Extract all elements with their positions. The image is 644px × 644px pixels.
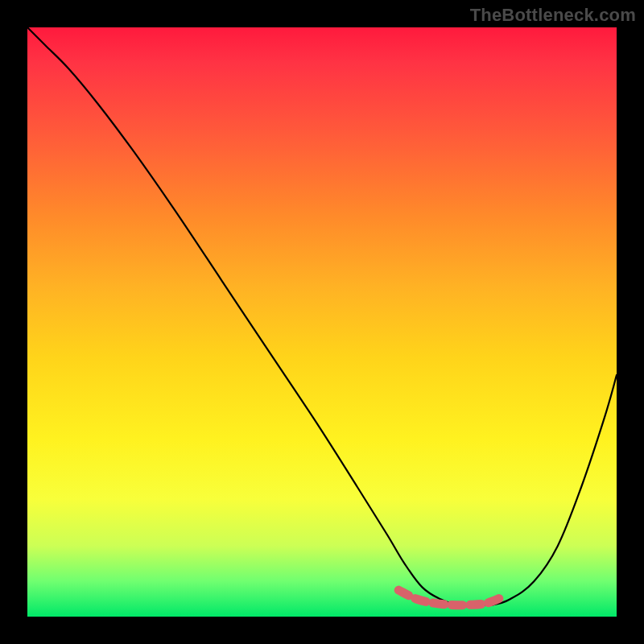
optimal-range (398, 590, 505, 605)
watermark-text: TheBottleneck.com (470, 5, 636, 26)
chart-container: TheBottleneck.com (0, 0, 644, 644)
bottleneck-curve (27, 27, 617, 605)
plot-area (27, 27, 617, 617)
chart-svg (27, 27, 617, 617)
